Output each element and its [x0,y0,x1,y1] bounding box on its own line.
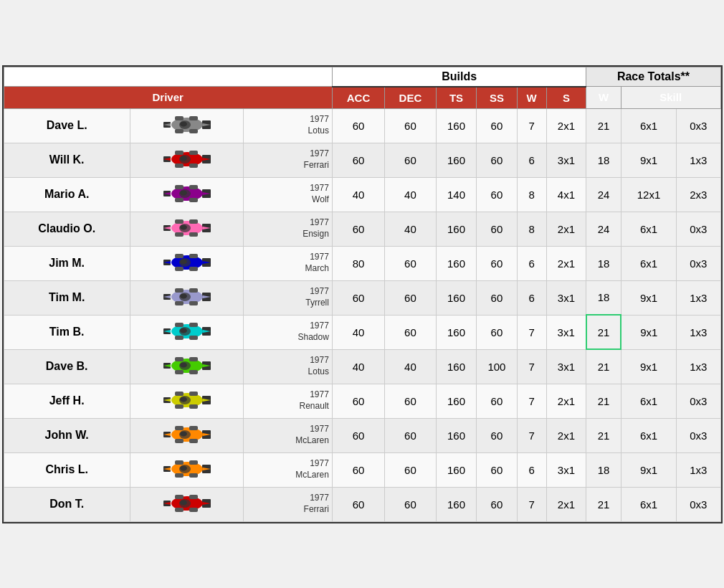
s-value: 2x1 [546,108,586,143]
svg-point-54 [180,259,187,264]
ts-value: 160 [436,349,476,384]
race-totals-header: Race Totals** [586,67,720,87]
s-value: 4x1 [546,177,586,212]
acc-value: 60 [332,452,384,487]
svg-rect-96 [175,404,184,409]
svg-rect-107 [175,439,184,443]
table-row: Dave B. 1977 [4,349,720,384]
driver-name: Don T. [4,487,130,521]
main-table-wrapper: Builds Race Totals** Driver ACC DEC TS S… [2,65,723,523]
car-image [130,452,244,487]
svg-point-10 [180,121,187,126]
svg-rect-52 [175,267,184,271]
ts-value: 160 [436,418,476,452]
w-total-value: 24 [586,177,621,212]
svg-rect-41 [175,232,184,237]
driver-name: Claudio O. [4,212,130,246]
year-team: 1977 Lotus [244,108,332,143]
car-image [130,418,244,452]
skill2-value: 0x3 [677,384,720,418]
driver-header-spacer [4,67,332,87]
skill2-value: 0x3 [677,108,720,143]
svg-rect-73 [189,323,198,327]
table-row: John W. 1977 [4,418,720,452]
w-value: 6 [517,452,546,487]
w-total-value: 21 [586,108,621,143]
acc-value: 80 [332,246,384,280]
svg-point-131 [180,500,187,505]
skill1-value: 9x1 [621,280,676,315]
year-team: 1977 Shadow [244,315,332,349]
s-value: 3x1 [546,349,586,384]
driver-name: Jeff H. [4,384,130,418]
dec-value: 60 [385,487,437,521]
s-value: 2x1 [546,212,586,246]
svg-rect-64 [189,301,198,305]
dec-value: 60 [385,143,437,177]
skill2-value: 1x3 [677,280,720,315]
ts-value: 160 [436,212,476,246]
s-value: 3x1 [546,280,586,315]
w-col-header: W [517,87,546,109]
ss-value: 100 [477,349,517,384]
ss-value: 60 [477,418,517,452]
svg-rect-86 [189,370,198,374]
ss-value: 60 [477,487,517,521]
drivers-table: Builds Race Totals** Driver ACC DEC TS S… [4,67,721,522]
s-col-header: S [546,87,586,109]
ts-value: 160 [436,452,476,487]
skill2-value: 0x3 [677,212,720,246]
car-image [130,315,244,349]
svg-rect-72 [175,323,184,327]
svg-rect-83 [175,357,184,361]
ts-value: 160 [436,143,476,177]
svg-rect-108 [189,439,198,443]
dec-value: 40 [385,349,437,384]
svg-rect-119 [189,473,198,478]
skill2-value: 2x3 [677,177,720,212]
acc-value: 40 [332,177,384,212]
ts-value: 140 [436,177,476,212]
ss-col-header: SS [477,87,517,109]
w-totals-col-header: W [586,87,621,109]
year-team: 1977 Renault [244,384,332,418]
w-value: 6 [517,143,546,177]
driver-name: Mario A. [4,177,130,212]
ss-value: 60 [477,177,517,212]
acc-value: 60 [332,212,384,246]
table-row: Claudio O. 1977 [4,212,720,246]
svg-rect-128 [189,495,198,499]
car-image [130,212,244,246]
svg-rect-51 [189,254,198,258]
w-total-value: 24 [586,212,621,246]
driver-name: Tim B. [4,315,130,349]
driver-name: Chris L. [4,452,130,487]
w-total-value: 18 [586,452,621,487]
svg-point-98 [180,397,187,402]
year-team: 1977 Ferrari [244,143,332,177]
w-value: 7 [517,108,546,143]
year-team: 1977 March [244,246,332,280]
w-total-value: 21 [586,418,621,452]
svg-rect-118 [175,473,184,478]
ss-value: 60 [477,384,517,418]
year-team: 1977 Wolf [244,177,332,212]
svg-rect-63 [175,301,184,305]
year-team: 1977 McLaren [244,418,332,452]
car-image [130,108,244,143]
year-team: 1977 McLaren [244,452,332,487]
table-row: Chris L. 1977 [4,452,720,487]
car-image [130,384,244,418]
s-value: 3x1 [546,143,586,177]
ts-value: 160 [436,246,476,280]
acc-value: 60 [332,280,384,315]
skill2-value: 1x3 [677,349,720,384]
table-row: Jim M. 1977 M [4,246,720,280]
skill1-value: 6x1 [621,384,676,418]
w-value: 7 [517,418,546,452]
builds-header: Builds [332,67,586,87]
ts-value: 160 [436,384,476,418]
svg-rect-84 [189,357,198,361]
driver-name: Will K. [4,143,130,177]
acc-value: 60 [332,418,384,452]
